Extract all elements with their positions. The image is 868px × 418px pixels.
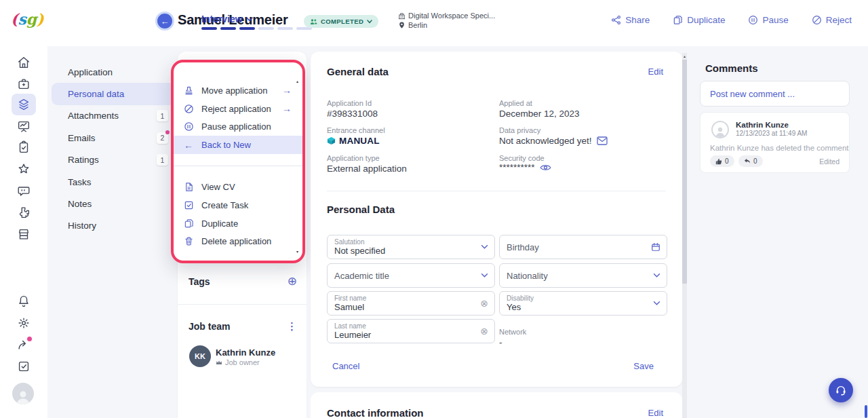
birthday-field[interactable]: Birthday xyxy=(499,235,667,259)
general-data-title: General data xyxy=(327,66,389,77)
stage-dropdown[interactable]: Interview xyxy=(201,14,253,24)
menu-reject-application[interactable]: Reject application → xyxy=(174,100,302,118)
personal-data-title: Personal Data xyxy=(327,204,395,215)
chevron-down-icon xyxy=(246,17,253,22)
data-privacy-label: Data privacy xyxy=(499,126,540,134)
disability-select[interactable]: Disability Yes xyxy=(499,291,667,316)
people-icon xyxy=(310,18,317,25)
contact-title: Contact information xyxy=(327,407,424,418)
home-icon[interactable] xyxy=(14,53,33,72)
settings-gear-icon[interactable] xyxy=(14,314,33,332)
menu-create-task[interactable]: Create Task xyxy=(174,196,302,214)
chevron-down-icon xyxy=(653,273,660,278)
stage-label: Interview xyxy=(201,14,243,24)
like-button[interactable]: 0 xyxy=(710,155,734,167)
cancel-button[interactable]: Cancel xyxy=(332,361,359,371)
document-icon xyxy=(183,182,194,192)
nav-notes[interactable]: Notes xyxy=(47,193,178,214)
notifications-bell-icon[interactable] xyxy=(14,292,33,311)
nav-ratings[interactable]: Ratings1 xyxy=(47,149,178,171)
envelope-icon[interactable] xyxy=(597,136,608,145)
commenter-name: Kathrin Kunze xyxy=(736,121,789,129)
general-edit-link[interactable]: Edit xyxy=(648,66,663,77)
trash-icon xyxy=(183,236,194,246)
reply-button[interactable]: 0 xyxy=(738,155,763,167)
scroll-down-icon[interactable]: ▾ xyxy=(296,249,298,254)
duplicate-button[interactable]: Duplicate xyxy=(673,15,725,25)
status-badge[interactable]: COMPLETED xyxy=(304,15,378,28)
nav-tasks[interactable]: Tasks xyxy=(47,171,178,193)
submenu-arrow-icon: → xyxy=(282,85,292,96)
reports-icon[interactable] xyxy=(14,117,33,136)
back-button[interactable]: ← xyxy=(155,12,174,31)
first-name-input[interactable]: First name Samuel ⊗ xyxy=(327,291,495,316)
comment-card: Kathrin Kunze 12/13/2023 at 11:49 AM Kat… xyxy=(700,112,850,173)
save-button[interactable]: Save xyxy=(633,361,654,371)
menu-back-to-new[interactable]: ← Back to New xyxy=(174,136,302,154)
menu-divider xyxy=(174,166,302,166)
commenter-avatar xyxy=(711,121,729,138)
job-title: Digital Workspace Speci... xyxy=(408,12,495,20)
menu-view-cv[interactable]: View CV xyxy=(174,178,302,196)
page-scrollbar-thumb[interactable] xyxy=(865,405,867,418)
member-avatar[interactable]: KK xyxy=(189,345,211,367)
divider xyxy=(327,191,666,191)
job-location: Berlin xyxy=(408,21,427,29)
candidates-icon-active[interactable] xyxy=(12,94,36,115)
reject-button[interactable]: Reject xyxy=(812,15,852,25)
calendar-icon xyxy=(651,242,660,252)
last-name-input[interactable]: Last name Leumeier ⊗ xyxy=(327,319,495,343)
salutation-select[interactable]: Salutation Not specified xyxy=(327,235,495,259)
pause-button[interactable]: Pause xyxy=(748,15,788,25)
content-scrollbar-thumb[interactable] xyxy=(682,60,687,284)
menu-pause-application[interactable]: Pause application xyxy=(174,118,302,136)
jobs-icon[interactable] xyxy=(14,75,33,94)
nav-emails[interactable]: Emails2 xyxy=(47,127,178,149)
comments-title: Comments xyxy=(705,62,758,74)
messages-icon[interactable] xyxy=(14,181,33,200)
post-comment-input[interactable]: Post new comment ... xyxy=(700,81,850,107)
clear-field-icon[interactable]: ⊗ xyxy=(480,298,488,309)
academic-title-select[interactable]: Academic title xyxy=(327,263,495,288)
menu-delete-application[interactable]: Delete application xyxy=(174,233,302,251)
nav-attachments[interactable]: Attachments1 xyxy=(47,105,178,127)
comment-body: Kathrin Kunze has deleted the comment xyxy=(710,144,849,152)
status-label: COMPLETED xyxy=(321,18,363,25)
user-avatar[interactable] xyxy=(12,383,34,404)
nav-history[interactable]: History xyxy=(47,215,178,237)
eye-icon[interactable] xyxy=(540,164,551,172)
tags-title: Tags xyxy=(189,276,210,287)
add-tag-icon[interactable]: ⊕ xyxy=(288,276,297,287)
referrals-share-icon[interactable] xyxy=(14,335,33,354)
app-logo[interactable]: (sg) xyxy=(11,10,44,28)
menu-duplicate[interactable]: Duplicate xyxy=(174,214,302,233)
emails-count-badge: 2 xyxy=(157,132,168,144)
location-pin-icon xyxy=(398,21,406,29)
clear-field-icon[interactable]: ⊗ xyxy=(480,326,488,337)
pause-icon xyxy=(183,121,194,132)
reject-icon xyxy=(812,15,822,25)
share-button[interactable]: Share xyxy=(611,15,650,25)
application-context-menu: ▴ Move application → Reject application … xyxy=(171,60,305,263)
application-id-value: #398331008 xyxy=(327,109,378,119)
nav-application[interactable]: Application xyxy=(47,61,178,83)
job-team-menu-icon[interactable]: ⋮ xyxy=(287,320,297,332)
chevron-down-icon xyxy=(653,301,660,306)
nationality-select[interactable]: Nationality xyxy=(499,263,667,288)
applied-at-label: Applied at xyxy=(499,99,532,107)
chevron-down-icon xyxy=(481,245,488,250)
tasks-clipboard-icon[interactable] xyxy=(14,138,33,157)
integrations-puzzle-icon[interactable] xyxy=(14,203,33,222)
tags-section: Tags ⊕ xyxy=(189,276,297,287)
career-site-icon[interactable] xyxy=(14,225,33,244)
job-info: Digital Workspace Speci... Berlin xyxy=(398,11,495,30)
contact-edit-link[interactable]: Edit xyxy=(648,408,663,418)
scroll-up-icon[interactable]: ▴ xyxy=(296,79,298,83)
nav-personal-data[interactable]: Personal data xyxy=(52,83,175,104)
menu-move-application[interactable]: Move application → xyxy=(174,81,302,100)
scrollbar-up-icon[interactable]: ▴ xyxy=(682,54,687,58)
support-fab[interactable] xyxy=(829,378,853,402)
approvals-check-icon[interactable] xyxy=(14,357,33,376)
duplicate-icon xyxy=(183,218,194,229)
favorites-star-icon[interactable] xyxy=(14,159,33,178)
